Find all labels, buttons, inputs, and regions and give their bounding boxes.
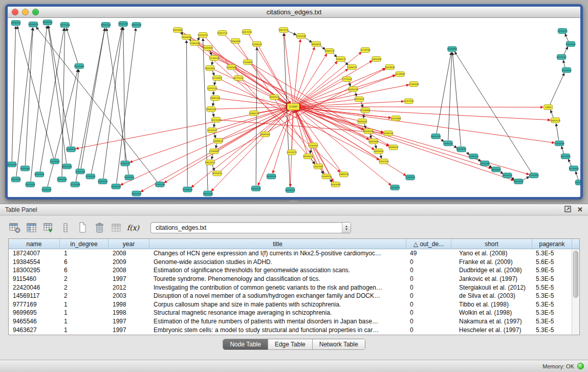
graph-node[interactable]: 19448794 <box>447 47 458 52</box>
graph-node[interactable]: 15204103 <box>120 161 130 166</box>
network-canvas[interactable]: 1724018220885171352781605560712754913142… <box>8 18 580 196</box>
import-table-icon[interactable] <box>42 222 55 234</box>
column-header-year[interactable]: year <box>108 239 149 249</box>
graph-node[interactable]: 20861427 <box>210 96 220 101</box>
graph-node[interactable]: 18220885 <box>203 46 213 51</box>
graph-node[interactable]: 18456120 <box>28 22 38 27</box>
table-row[interactable]: 1830029562008Estimation of significance … <box>9 266 572 275</box>
float-panel-icon[interactable] <box>564 205 571 214</box>
table-row[interactable]: 969969511998Structural magnetic resonanc… <box>9 309 572 317</box>
graph-node[interactable]: 15699218 <box>213 138 223 143</box>
graph-node[interactable]: 19861370 <box>324 49 335 54</box>
graph-node[interactable]: 18910403 <box>8 162 17 167</box>
graph-node[interactable]: 19610425 <box>491 167 501 172</box>
graph-node[interactable]: 17228053 <box>243 59 253 64</box>
graph-node[interactable]: 15284510 <box>321 174 332 179</box>
graph-node[interactable]: 17594275 <box>347 64 357 70</box>
window-titlebar[interactable]: citations_edges.txt <box>8 7 580 18</box>
graph-node[interactable]: 19253014 <box>390 185 400 190</box>
graph-node[interactable]: 19104253 <box>557 29 568 34</box>
graph-node[interactable]: 16128331 <box>207 128 217 133</box>
graph-node[interactable]: 13250413 <box>124 175 135 180</box>
column-header-title[interactable]: title <box>149 239 406 249</box>
minimize-window-button[interactable] <box>22 9 29 15</box>
graph-node[interactable]: 17485083 <box>409 82 419 87</box>
close-window-button[interactable] <box>12 9 18 15</box>
graph-node[interactable]: 16949010 <box>311 41 321 47</box>
graph-node[interactable]: 19041205 <box>118 21 128 27</box>
graph-node[interactable]: 19565342 <box>206 107 216 112</box>
table-vertical-scrollbar[interactable] <box>572 249 579 335</box>
graph-node[interactable]: 15938172 <box>336 56 346 61</box>
graph-node[interactable]: 15042130 <box>575 180 580 185</box>
graph-node[interactable]: 14253013 <box>561 68 572 73</box>
graph-node[interactable]: 15923714 <box>217 31 227 36</box>
new-table-icon[interactable] <box>76 222 89 234</box>
graph-node[interactable]: 10674274 <box>354 97 364 102</box>
graph-node[interactable]: 19245012 <box>513 179 524 184</box>
table-row[interactable]: 977716911998Corpus callosum shape and si… <box>9 300 572 309</box>
graph-node[interactable]: 15302413 <box>468 154 478 159</box>
graph-node[interactable]: 18150302 <box>62 164 72 169</box>
column-header-short[interactable]: short <box>451 239 532 249</box>
graph-node[interactable]: 16038213 <box>303 154 313 159</box>
delete-table-icon[interactable] <box>93 222 106 234</box>
graph-node[interactable]: 16273142 <box>556 55 567 60</box>
graph-node[interactable]: 15230142 <box>251 186 261 191</box>
graph-node[interactable]: 16059423 <box>374 149 384 154</box>
graph-node[interactable]: 19097843 <box>260 132 270 137</box>
tab-node-table[interactable]: Node Table <box>223 339 268 349</box>
graph-node[interactable]: 12775147 <box>233 76 244 81</box>
graph-node[interactable]: 12143250 <box>50 159 60 164</box>
table-row[interactable]: 946554611997Estimation of the future num… <box>9 317 572 326</box>
graph-node[interactable]: 20510352 <box>74 63 84 69</box>
graph-node[interactable]: 18041256 <box>480 161 490 166</box>
graph-node[interactable]: 18573811 <box>211 117 221 122</box>
graph-node[interactable]: 16852124 <box>550 118 560 123</box>
graph-node[interactable]: 12401235 <box>75 169 85 174</box>
graph-node[interactable]: 19510234 <box>111 184 121 189</box>
graph-node[interactable]: 15910242 <box>565 41 576 47</box>
column-header-name[interactable]: name <box>9 239 60 249</box>
graph-node[interactable]: 12208531 <box>252 41 262 47</box>
tab-edge-table[interactable]: Edge Table <box>268 339 313 349</box>
graph-node[interactable]: 14102534 <box>85 174 96 179</box>
graph-node[interactable]: 16816321 <box>357 119 367 124</box>
graph-node[interactable]: 20160535 <box>66 147 76 152</box>
graph-node[interactable]: 12051931 <box>20 166 30 171</box>
graph-node[interactable]: 15184457 <box>308 143 318 148</box>
graph-node[interactable]: 17561208 <box>189 40 200 46</box>
graph-node[interactable]: 12754913 <box>212 76 222 81</box>
graph-node[interactable]: 17135278 <box>209 56 219 61</box>
table-row[interactable]: 946362711997Embryonic stem cells: a mode… <box>9 325 572 334</box>
table-row[interactable]: 1872400712008Changes of HCN gene express… <box>9 249 572 258</box>
table-row[interactable]: 2242004622012Investigating the contribut… <box>9 283 572 292</box>
column-header-out_de[interactable]: △ out_de... <box>406 239 451 249</box>
graph-node[interactable]: 18055903 <box>368 139 379 144</box>
graph-node[interactable]: 12310452 <box>560 154 571 159</box>
close-panel-button[interactable]: ✕ <box>577 206 583 213</box>
graph-node[interactable]: 18324092 <box>331 182 341 187</box>
graph-node[interactable]: 22046210 <box>363 129 374 134</box>
graph-node[interactable]: 17483920 <box>209 149 219 154</box>
graph-node[interactable]: 12160942 <box>360 107 371 113</box>
graph-node[interactable]: 15958 <box>544 105 553 110</box>
graph-node[interactable]: 16055123 <box>101 23 111 28</box>
graph-node[interactable]: 16590412 <box>11 20 21 26</box>
table-row[interactable]: 1938455462009Genome-wide association stu… <box>9 258 572 267</box>
graph-node[interactable]: 12530142 <box>41 187 52 192</box>
table-selector-dropdown[interactable]: citations_edges.txt ▲ ▼ <box>150 222 351 233</box>
graph-node[interactable]: 18302024 <box>249 111 259 116</box>
graph-node[interactable]: 16684205 <box>230 38 241 43</box>
show-columns-icon[interactable] <box>25 222 38 234</box>
graph-node[interactable]: 16204531 <box>285 187 295 192</box>
graph-node[interactable]: 16770354 <box>569 166 579 171</box>
graph-node[interactable]: 17210349 <box>70 182 80 187</box>
graph-node[interactable]: 18731404 <box>60 23 70 28</box>
graph-node[interactable]: 17937210 <box>379 159 389 164</box>
graph-node[interactable]: 15013510 <box>25 182 35 187</box>
graph-node[interactable]: 19410352 <box>11 177 21 182</box>
graph-node[interactable]: 15901253 <box>57 177 67 182</box>
table-settings-icon[interactable] <box>8 222 21 234</box>
graph-node[interactable]: 18293145 <box>348 86 358 92</box>
